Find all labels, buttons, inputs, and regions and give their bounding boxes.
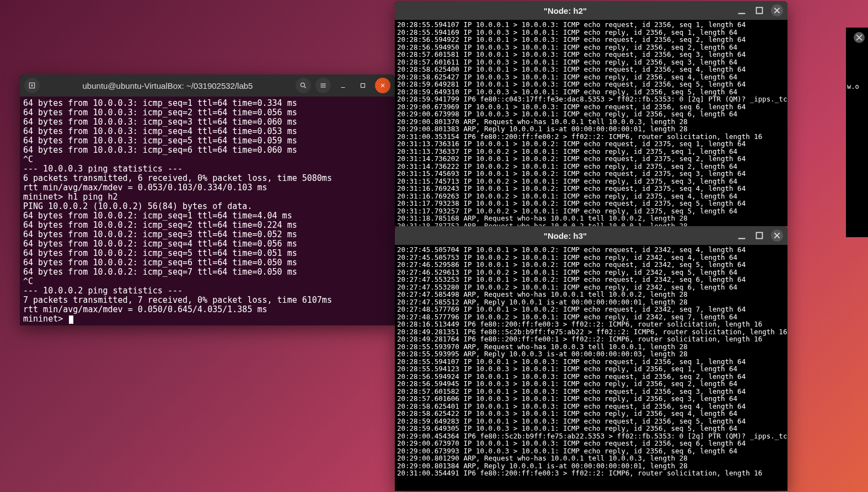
- close-button[interactable]: [771, 229, 783, 242]
- ubuntu-terminal-titlebar[interactable]: ubuntu@ubuntu-VirtualBox: ~/031902532/la…: [20, 74, 395, 97]
- svg-rect-4: [757, 233, 763, 239]
- ubuntu-terminal-body[interactable]: 64 bytes from 10.0.0.3: icmp_seq=1 ttl=6…: [20, 97, 395, 325]
- ubuntu-terminal-title: ubuntu@ubuntu-VirtualBox: ~/031902532/la…: [44, 81, 291, 90]
- svg-rect-2: [361, 84, 365, 88]
- search-button[interactable]: [296, 78, 311, 93]
- node-h2-body[interactable]: 20:28:55.594107 IP 10.0.0.1 > 10.0.0.3: …: [395, 20, 787, 226]
- svg-rect-3: [757, 8, 763, 14]
- close-icon[interactable]: [854, 32, 865, 43]
- ubuntu-terminal-window[interactable]: ubuntu@ubuntu-VirtualBox: ~/031902532/la…: [20, 74, 395, 325]
- cursor: [69, 315, 73, 324]
- maximize-button[interactable]: [753, 4, 765, 17]
- minimize-button[interactable]: [736, 4, 748, 17]
- node-h2-titlebar[interactable]: "Node: h2": [395, 1, 787, 20]
- node-h2-title: "Node: h2": [399, 6, 731, 15]
- node-h3-body[interactable]: 20:27:45.505704 IP 10.0.0.1 > 10.0.0.2: …: [395, 245, 787, 491]
- bg-fragment-text: w.o: [847, 83, 867, 90]
- minimize-button[interactable]: [736, 229, 748, 242]
- background-window-fragment: w.o: [846, 28, 868, 237]
- node-h3-title: "Node: h3": [399, 231, 731, 240]
- close-button[interactable]: [375, 78, 390, 93]
- svg-point-1: [301, 83, 304, 87]
- node-h3-window[interactable]: "Node: h3" 20:27:45.505704 IP 10.0.0.1 >…: [395, 226, 787, 491]
- close-button[interactable]: [771, 4, 783, 17]
- node-h2-window[interactable]: "Node: h2" 20:28:55.594107 IP 10.0.0.1 >…: [395, 1, 787, 226]
- maximize-button[interactable]: [355, 78, 371, 93]
- node-h3-titlebar[interactable]: "Node: h3": [395, 226, 787, 245]
- new-tab-button[interactable]: [24, 78, 40, 93]
- hamburger-menu-button[interactable]: [315, 78, 331, 93]
- maximize-button[interactable]: [753, 229, 765, 242]
- minimize-button[interactable]: [335, 78, 351, 93]
